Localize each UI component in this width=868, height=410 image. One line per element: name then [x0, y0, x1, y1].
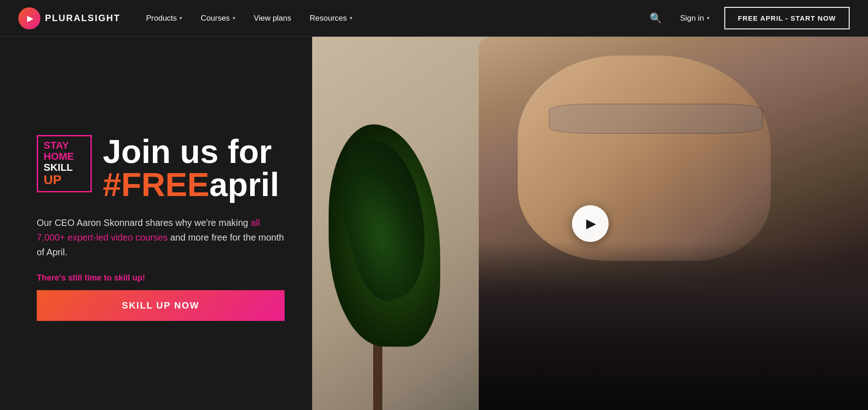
still-time-text: There's still time to skill up!: [37, 273, 285, 283]
jacket-area: [479, 242, 868, 410]
search-icon: 🔍: [650, 12, 662, 24]
chevron-down-icon: ▾: [233, 15, 235, 21]
play-button[interactable]: [572, 205, 609, 242]
skill-up-now-button[interactable]: SKILL UP NOW: [37, 290, 285, 321]
logo[interactable]: PLURALSIGHT: [18, 7, 120, 29]
hero-title-text: Join us for #FREEapril: [103, 135, 279, 201]
hero-description: Our CEO Aaron Skonnard shares why we're …: [37, 215, 285, 259]
nav-links: Products ▾ Courses ▾ View plans Resource…: [139, 10, 645, 27]
hero-description-before: Our CEO Aaron Skonnard shares why we're …: [37, 218, 251, 228]
hero-video-area: [312, 37, 868, 410]
glasses: [549, 104, 763, 134]
chevron-down-icon: ▾: [350, 15, 353, 21]
hero-title-hashtag-line: #FREEapril: [103, 168, 279, 201]
nav-item-courses[interactable]: Courses ▾: [193, 10, 242, 27]
nav-item-view-plans[interactable]: View plans: [246, 10, 299, 27]
signin-button[interactable]: Sign in ▾: [675, 10, 715, 27]
stay-home-skill-up-badge: STAYHOME SKILL UP: [37, 135, 92, 192]
hero-title-april: april: [209, 168, 279, 201]
nav-label-products: Products: [146, 14, 177, 23]
video-thumbnail: [312, 37, 868, 410]
nav-right: 🔍 Sign in ▾ FREE APRIL - START NOW: [646, 7, 850, 29]
plant-area: [329, 93, 440, 410]
badge-up: UP: [44, 173, 85, 187]
hero-section: STAYHOME SKILL UP Join us for #FREEapril…: [0, 37, 868, 410]
nav-label-view-plans: View plans: [254, 14, 291, 23]
signin-label: Sign in: [680, 14, 704, 23]
hero-title-join: Join us for: [103, 135, 279, 168]
hero-title-wrapper: STAYHOME SKILL UP Join us for #FREEapril: [37, 135, 285, 202]
chevron-down-icon: ▾: [179, 15, 182, 21]
nav-label-courses: Courses: [201, 14, 230, 23]
search-button[interactable]: 🔍: [646, 9, 666, 28]
logo-text: PLURALSIGHT: [45, 13, 120, 23]
navbar: PLURALSIGHT Products ▾ Courses ▾ View pl…: [0, 0, 868, 37]
badge-stay-home: STAYHOME: [44, 140, 85, 162]
free-april-cta-button[interactable]: FREE APRIL - START NOW: [724, 7, 850, 29]
logo-icon: [18, 7, 40, 29]
hero-left: STAYHOME SKILL UP Join us for #FREEapril…: [0, 37, 312, 410]
chevron-down-icon: ▾: [707, 15, 710, 21]
person-silhouette: [479, 37, 868, 410]
hero-title-free: #FREE: [103, 168, 209, 201]
nav-item-products[interactable]: Products ▾: [139, 10, 190, 27]
badge-skill: SKILL: [44, 162, 85, 173]
person-face-area: [518, 56, 771, 261]
nav-label-resources: Resources: [310, 14, 347, 23]
nav-item-resources[interactable]: Resources ▾: [302, 10, 360, 27]
